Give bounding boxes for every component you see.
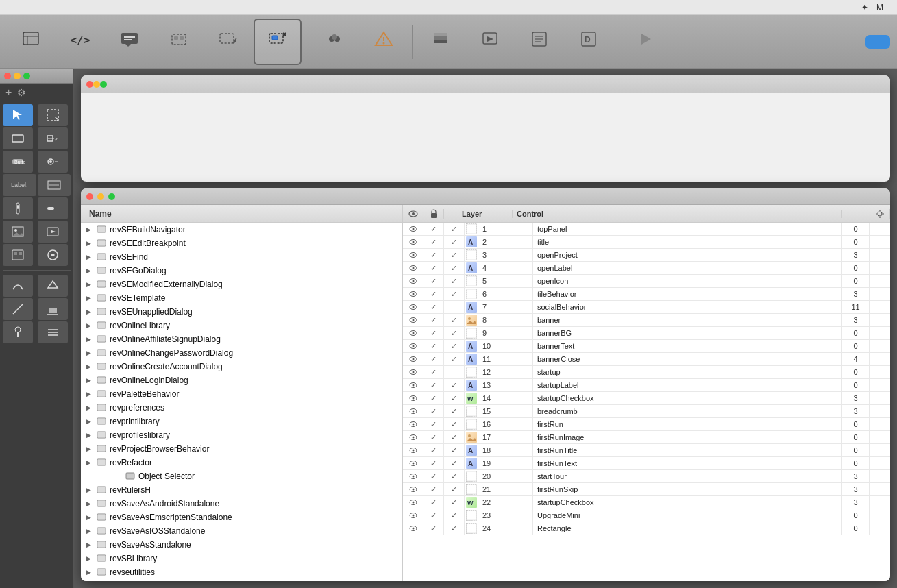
toolbar-group[interactable]	[155, 19, 203, 65]
svg-rect-112	[98, 515, 105, 519]
tool-checkbox[interactable]: ✓	[38, 127, 68, 149]
layer-row[interactable]: ✓✓A4openLabel0	[403, 262, 890, 275]
tree-item[interactable]: Object Selector	[81, 469, 402, 483]
tree-item[interactable]: ▶revseutilities	[81, 565, 402, 579]
toolbar-dictionary[interactable]: D	[565, 19, 613, 65]
layer-row[interactable]: ✓✓A13startupLabel0	[403, 379, 890, 392]
layer-row[interactable]: ✓✓9bannerBG0	[403, 327, 890, 340]
toolbar-select-grouped[interactable]	[254, 19, 302, 65]
layer-row[interactable]: ✓✓16firstRun0	[403, 418, 890, 431]
toolbar-message-box[interactable]	[106, 19, 153, 65]
tools-add-button[interactable]: +	[5, 86, 12, 99]
layer-row[interactable]: ✓✓6tileBehavior3	[403, 288, 890, 301]
layer-row[interactable]: ✓✓A19firstRunText0	[403, 457, 890, 470]
tree-item[interactable]: ▶revshortcutslibrary	[81, 579, 402, 581]
tool-polygon[interactable]	[38, 275, 68, 297]
layer-row[interactable]: ✓✓20startTour3	[403, 470, 890, 483]
tool-paint[interactable]	[3, 321, 33, 343]
layer-row[interactable]: ✓A7socialBehavior11	[403, 301, 890, 314]
name-panel: Name ▶revSEBuildNavigator▶revSEEditBreak…	[81, 205, 403, 581]
toolbar-messages[interactable]	[310, 19, 358, 65]
tree-item[interactable]: ▶revSBLibrary	[81, 552, 402, 565]
start-maximize-button[interactable]	[100, 81, 107, 88]
tree-item[interactable]: ▶revpreferences	[81, 401, 402, 415]
tree-item[interactable]: ▶revPaletteBehavior	[81, 387, 402, 401]
tool-arrow[interactable]	[3, 104, 33, 126]
tree-item[interactable]: ▶revRefactor	[81, 456, 402, 469]
tree-item[interactable]: ▶revSaveAsEmscriptenStandalone	[81, 511, 402, 524]
layer-row[interactable]: ✓✓8banner3	[403, 314, 890, 327]
upgrade-button[interactable]	[865, 35, 890, 49]
tree-item[interactable]: ▶revProjectBrowserBehavior	[81, 442, 402, 456]
tree-item[interactable]: ▶revprofileslibrary	[81, 428, 402, 442]
tool-textfield[interactable]	[38, 174, 71, 196]
toolbar-test[interactable]	[622, 19, 669, 65]
layer-row[interactable]: ✓✓A18firstRunTitle0	[403, 444, 890, 457]
tree-item[interactable]: ▶revRulersH	[81, 483, 402, 497]
pb-close-button[interactable]	[86, 193, 93, 200]
tool-curve[interactable]	[3, 275, 33, 297]
toolbar-resources[interactable]	[515, 19, 563, 65]
tree-item[interactable]: ▶revOnlineCreateAccountDialog	[81, 360, 402, 373]
layer-row[interactable]: ✓✓W14startupCheckbox3	[403, 392, 890, 405]
tools-minimize-button[interactable]	[14, 73, 21, 79]
tool-widget[interactable]	[38, 244, 68, 266]
tree-item[interactable]: ▶revSaveAsIOSStandalone	[81, 524, 402, 538]
svg-point-165	[412, 293, 414, 295]
tool-label[interactable]: Label:	[3, 174, 36, 196]
tree-item[interactable]: ▶revSaveAsAndroidStandalone	[81, 497, 402, 511]
tree-item[interactable]: ▶revSEFind	[81, 250, 402, 264]
layer-row[interactable]: ✓✓3openProject3	[403, 249, 890, 262]
toolbar-code[interactable]: </>	[56, 19, 104, 65]
tool-progress[interactable]	[38, 197, 68, 219]
toolbar-sample-stacks[interactable]	[417, 19, 465, 65]
tree-item[interactable]: ▶revOnlineChangePasswordDialog	[81, 346, 402, 360]
tree-item[interactable]: ▶revSEModifiedExternallyDialog	[81, 278, 402, 291]
tree-item[interactable]: ▶revprintlibrary	[81, 415, 402, 428]
svg-rect-95	[98, 391, 105, 396]
tool-marquee[interactable]	[38, 104, 68, 126]
tree-item[interactable]: ▶revOnlineLoginDialog	[81, 373, 402, 387]
tree-item[interactable]: ▶revSaveAsStandalone	[81, 538, 402, 552]
toolbar-errors[interactable]	[360, 19, 408, 65]
layer-row[interactable]: ✓✓W22startupCheckbox3	[403, 496, 890, 509]
pb-maximize-button[interactable]	[108, 193, 115, 200]
layer-row[interactable]: ✓✓1topPanel0	[403, 223, 890, 236]
tools-gear-button[interactable]: ⚙	[17, 87, 26, 98]
tool-image[interactable]	[3, 221, 33, 243]
toolbar-inspector[interactable]	[7, 19, 55, 65]
layer-row[interactable]: ✓✓5openIcon0	[403, 275, 890, 288]
toolbar-edit-group[interactable]	[204, 19, 252, 65]
tool-player[interactable]	[38, 221, 68, 243]
layer-row[interactable]: ✓✓21firstRunSkip3	[403, 483, 890, 496]
tool-grouped[interactable]	[3, 244, 33, 266]
layer-row[interactable]: ✓✓24Rectangle0	[403, 522, 890, 535]
tree-item[interactable]: ▶revSEUnappliedDialog	[81, 305, 402, 319]
tools-maximize-button[interactable]	[23, 73, 30, 79]
tree-item[interactable]: ▶revOnlineLibrary	[81, 319, 402, 332]
start-minimize-button[interactable]	[93, 81, 100, 88]
layer-row[interactable]: ✓✓A11bannerClose4	[403, 353, 890, 366]
tool-radio[interactable]	[38, 151, 68, 173]
pb-minimize-button[interactable]	[97, 193, 104, 200]
layer-row[interactable]: ✓✓17firstRunImage0	[403, 431, 890, 444]
tree-item[interactable]: ▶revOnlineAffiliateSignupDialog	[81, 332, 402, 346]
tree-item[interactable]: ▶revSETemplate	[81, 291, 402, 305]
tool-line[interactable]	[3, 298, 33, 320]
tool-scrollbar[interactable]	[3, 197, 33, 219]
start-close-button[interactable]	[86, 81, 93, 88]
tools-close-button[interactable]	[4, 73, 11, 79]
layer-row[interactable]: ✓✓A2title0	[403, 236, 890, 249]
tool-button[interactable]: Button	[3, 151, 33, 173]
tool-rectangle[interactable]	[3, 127, 33, 149]
tree-item[interactable]: ▶revSEEditBreakpoint	[81, 236, 402, 250]
tree-item[interactable]: ▶revSEGoDialog	[81, 264, 402, 278]
layer-row[interactable]: ✓12startup0	[403, 366, 890, 379]
layer-row[interactable]: ✓✓15breadcrumb3	[403, 405, 890, 418]
layer-row[interactable]: ✓✓A10bannerText0	[403, 340, 890, 353]
tree-item[interactable]: ▶revSEBuildNavigator	[81, 223, 402, 236]
tool-eraser[interactable]	[38, 298, 68, 320]
layer-row[interactable]: ✓✓23UpgradeMini0	[403, 509, 890, 522]
toolbar-tutorials[interactable]	[466, 19, 514, 65]
tool-lines[interactable]	[38, 321, 68, 343]
